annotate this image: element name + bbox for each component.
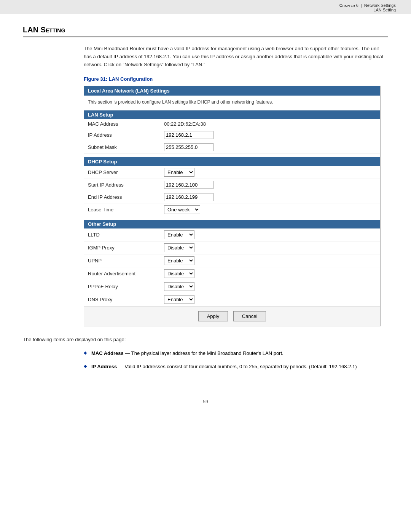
subnet-label: Subnet Mask	[84, 141, 160, 153]
list-item: IP Address — Valid IP addresses consist …	[84, 363, 388, 371]
table-row: PPPoE Relay Enable Disable	[84, 280, 380, 293]
igmp-select[interactable]: Enable Disable	[164, 243, 194, 252]
router-adv-select[interactable]: Enable Disable	[164, 269, 194, 278]
dhcp-server-cell: Enable Disable	[160, 166, 380, 179]
dns-label: DNS Proxy	[84, 293, 160, 306]
table-row: Router Advertisement Enable Disable	[84, 267, 380, 280]
upnp-select[interactable]: Enable Disable	[164, 256, 194, 265]
ip-label: IP Address	[84, 129, 160, 141]
bullet-desc-mac: — The physical layer address for the Min…	[125, 350, 283, 356]
start-ip-label: Start IP Address	[84, 179, 160, 191]
upnp-cell: Enable Disable	[160, 254, 380, 267]
table-row: UPNP Enable Disable	[84, 254, 380, 267]
end-ip-cell	[160, 191, 380, 203]
table-row: DHCP Server Enable Disable	[84, 166, 380, 179]
table-row: IP Address	[84, 129, 380, 141]
bullet-desc-ip: — Valid IP addresses consist of four dec…	[118, 364, 357, 369]
start-ip-cell	[160, 179, 380, 191]
bullet-list: MAC Address — The physical layer address…	[84, 350, 388, 371]
page-footer: – 59 –	[0, 391, 411, 408]
start-ip-input[interactable]	[164, 181, 213, 189]
lease-time-select[interactable]: One week One day One hour Two weeks	[164, 205, 200, 214]
table-row: Lease Time One week One day One hour Two…	[84, 203, 380, 216]
subnet-mask-input[interactable]	[164, 143, 213, 151]
pppoe-label: PPPoE Relay	[84, 280, 160, 293]
dns-select[interactable]: Enable Disable	[164, 295, 194, 304]
upnp-label: UPNP	[84, 254, 160, 267]
spacer	[84, 153, 380, 157]
mac-label: MAC Address	[84, 119, 160, 129]
section-title: LAN Setting	[23, 26, 388, 37]
page-header: Chapter 6 | Network Settings LAN Setting	[0, 0, 411, 14]
lan-description: This section is provided to configure LA…	[84, 96, 380, 110]
ip-address-input[interactable]	[164, 131, 213, 139]
table-row: LLTD Enable Disable	[84, 228, 380, 241]
chapter-line: Chapter 6 | Network Settings	[15, 3, 396, 8]
spacer	[84, 216, 380, 220]
lltd-select[interactable]: Enable Disable	[164, 230, 194, 239]
igmp-cell: Enable Disable	[160, 241, 380, 254]
table-row: DNS Proxy Enable Disable	[84, 293, 380, 306]
chapter-label: Chapter	[339, 3, 355, 8]
dhcp-setup-header: DHCP Setup	[84, 157, 380, 166]
mac-value: 00:22:2D:62:EA:38	[160, 119, 380, 129]
lltd-label: LLTD	[84, 228, 160, 241]
chapter-num: 6	[356, 3, 358, 8]
subnet-value-cell	[160, 141, 380, 153]
table-row: MAC Address 00:22:2D:62:EA:38	[84, 119, 380, 129]
buttons-row: Apply Cancel	[84, 306, 380, 326]
pppoe-cell: Enable Disable	[160, 280, 380, 293]
igmp-label: IGMP Proxy	[84, 241, 160, 254]
lease-time-label: Lease Time	[84, 203, 160, 216]
lan-main-header: Local Area Network (LAN) Settings	[84, 86, 380, 96]
following-text: The following items are displayed on thi…	[23, 336, 388, 344]
pppoe-select[interactable]: Enable Disable	[164, 282, 194, 291]
figure-caption: Figure 31: LAN Configuration	[84, 76, 388, 82]
lltd-cell: Enable Disable	[160, 228, 380, 241]
other-setup-header: Other Setup	[84, 220, 380, 228]
table-row: IGMP Proxy Enable Disable	[84, 241, 380, 254]
settings-table: LAN Setup MAC Address 00:22:2D:62:EA:38 …	[84, 110, 380, 306]
router-adv-cell: Enable Disable	[160, 267, 380, 280]
dhcp-server-select[interactable]: Enable Disable	[164, 168, 194, 177]
table-row: End IP Address	[84, 191, 380, 203]
lan-config-container: Local Area Network (LAN) Settings This s…	[84, 86, 381, 326]
dns-cell: Enable Disable	[160, 293, 380, 306]
apply-button[interactable]: Apply	[198, 311, 228, 321]
lan-setup-header: LAN Setup	[84, 110, 380, 119]
end-ip-input[interactable]	[164, 193, 213, 201]
intro-paragraph: The Mini Broadband Router must have a va…	[84, 45, 388, 69]
bullet-term-mac: MAC Address	[91, 350, 124, 356]
cancel-button[interactable]: Cancel	[233, 311, 266, 321]
dhcp-server-label: DHCP Server	[84, 166, 160, 179]
list-item: MAC Address — The physical layer address…	[84, 350, 388, 358]
end-ip-label: End IP Address	[84, 191, 160, 203]
ip-value-cell	[160, 129, 380, 141]
router-adv-label: Router Advertisement	[84, 267, 160, 280]
table-row: Start IP Address	[84, 179, 380, 191]
table-row: Subnet Mask	[84, 141, 380, 153]
lease-time-cell: One week One day One hour Two weeks	[160, 203, 380, 216]
page-content: LAN Setting The Mini Broadband Router mu…	[0, 14, 411, 391]
page-number: – 59 –	[199, 399, 212, 404]
header-section: Network Settings	[364, 3, 396, 8]
header-subsection: LAN Setting	[15, 8, 396, 12]
bullet-term-ip: IP Address	[91, 364, 117, 369]
